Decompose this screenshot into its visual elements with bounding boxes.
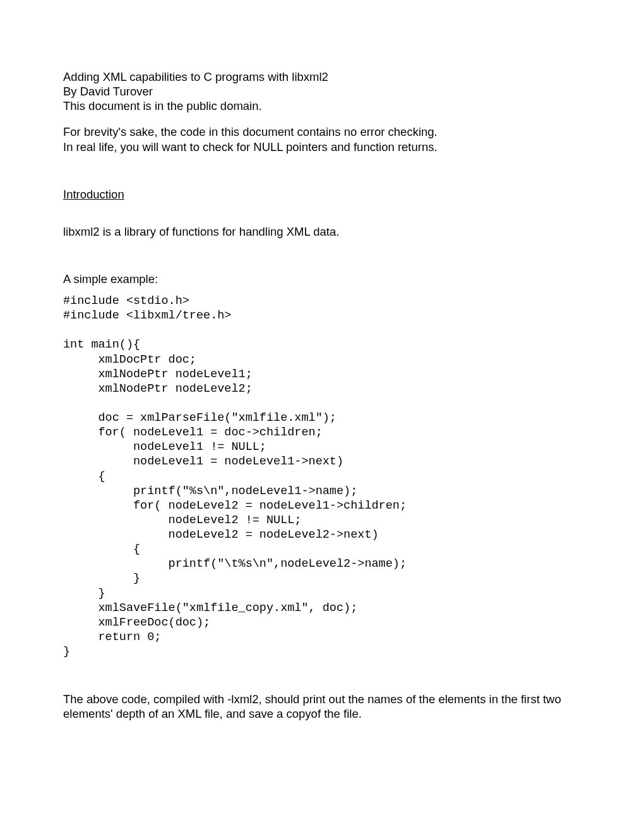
caveat-block: For brevity's sake, the code in this doc… [63, 124, 581, 154]
closing-paragraph: The above code, compiled with -lxml2, sh… [63, 692, 581, 721]
caveat-line-1: For brevity's sake, the code in this doc… [63, 124, 581, 139]
document-license: This document is in the public domain. [63, 99, 581, 113]
section-description: libxml2 is a library of functions for ha… [63, 224, 581, 239]
document-title: Adding XML capabilities to C programs wi… [63, 70, 581, 84]
code-block: #include <stdio.h> #include <libxml/tree… [63, 294, 581, 659]
document-author: By David Turover [63, 84, 581, 99]
header-block: Adding XML capabilities to C programs wi… [63, 70, 581, 113]
section-heading-introduction: Introduction [63, 187, 581, 202]
caveat-line-2: In real life, you will want to check for… [63, 140, 581, 154]
document-page: Adding XML capabilities to C programs wi… [0, 0, 644, 784]
example-label: A simple example: [63, 272, 581, 286]
